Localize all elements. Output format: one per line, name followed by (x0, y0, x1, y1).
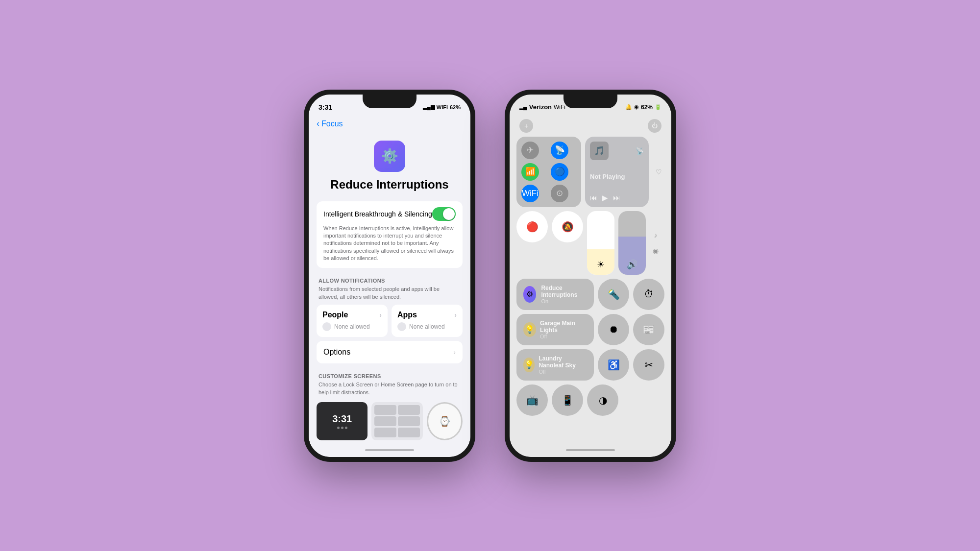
airdrop-button[interactable]: ⊙ (551, 185, 568, 202)
home-bar-right (566, 449, 615, 451)
people-sub: None allowed (322, 322, 382, 331)
flashlight-icon: 🔦 (608, 288, 620, 300)
brightness-slider[interactable]: ☀ (587, 211, 614, 275)
plus-icon: + (524, 122, 528, 130)
focus-tile-text: Reduce Interruptions On (541, 285, 587, 304)
connectivity-tile[interactable]: ✈ 📡 📶 🔵 WiFi ⊙ (516, 137, 581, 207)
shortcuts-button[interactable]: ✂ (633, 349, 664, 381)
next-track-button[interactable]: ⏭ (613, 193, 620, 202)
left-phone: 3:31 ▂▄▆ WiFi 62% ‹ Focus ⚙️ R (304, 90, 475, 462)
timer-button[interactable]: ⏱ (633, 279, 664, 310)
focus-app-icon: ⚙️ (374, 141, 405, 172)
lock-icon: 🔴 (526, 221, 539, 233)
record-icon: ⏺ (609, 324, 618, 335)
music-icon: ♪ (654, 231, 658, 239)
preview-time: 3:31 (332, 413, 352, 425)
people-none-label: None allowed (334, 323, 370, 330)
volume-icon: 🔊 (627, 259, 637, 270)
options-card[interactable]: Options › (317, 341, 463, 363)
airplay-icon: 📡 (636, 147, 644, 155)
cc-power-button[interactable]: ⏻ (648, 119, 662, 133)
remote-button[interactable]: 📱 (552, 384, 583, 416)
screen-mirror-icon: 📺 (526, 394, 539, 406)
cc-row-3: ⚙ Reduce Interruptions On 🔦 ⏱ (516, 279, 664, 310)
hotspot-button[interactable]: 📡 (551, 142, 568, 159)
left-phone-content: 3:31 ▂▄▆ WiFi 62% ‹ Focus ⚙️ R (309, 95, 470, 457)
status-right-right: 🔔 ◉ 62% 🔋 (625, 104, 662, 111)
heart-icon: ♡ (656, 168, 662, 176)
toggle-description: When Reduce Interruptions is active, int… (323, 225, 456, 263)
screen-preview-row: 3:31 Choose (317, 402, 463, 443)
people-label: People (322, 311, 348, 319)
focus-tile-name: Reduce Interruptions (541, 285, 587, 298)
people-apps-row: People › None allowed Apps › N (317, 305, 463, 337)
watch-icon: ⌚ (439, 415, 451, 427)
battery-level-icon: 🔋 (655, 104, 662, 110)
app-icon-mini-2 (398, 405, 420, 415)
chevron-left-icon: ‹ (317, 119, 319, 129)
bluetooth-button[interactable]: 🔵 (551, 163, 568, 181)
wifi-cc-icon: WiFi (522, 189, 539, 198)
gear-icon: ⚙️ (381, 148, 398, 164)
wifi-icon-right: WiFi (554, 104, 565, 111)
back-label: Focus (321, 120, 343, 128)
media-not-playing-label: Not Playing (590, 173, 644, 180)
people-avatar (322, 322, 331, 331)
apps-card[interactable]: Apps › None allowed (392, 305, 463, 337)
media-controls: ⏮ ▶ ⏭ (590, 193, 644, 202)
allow-notifications-desc: Notifications from selected people and a… (317, 286, 463, 305)
darkmode-button[interactable]: ◑ (587, 384, 618, 416)
garage-lights-tile[interactable]: 💡 Garage Main Lights Off (516, 314, 594, 345)
previous-track-button[interactable]: ⏮ (590, 193, 597, 202)
back-button[interactable]: ‹ Focus (317, 119, 343, 129)
status-icons-left: ▂▄▆ WiFi 62% (423, 104, 461, 110)
focus-icon-wrap: ⚙️ (317, 141, 463, 172)
volume-slider[interactable]: 🔊 (618, 211, 646, 275)
toggle-card: Intelligent Breakthrough & Silencing Whe… (317, 201, 463, 268)
screen-mirroring-button[interactable]: 📺 (516, 384, 548, 416)
play-pause-button[interactable]: ▶ (602, 193, 608, 202)
laundry-lightbulb-icon: 💡 (524, 360, 534, 369)
garage-tile-status: Off (540, 334, 587, 339)
focus-mode-tile[interactable]: ⚙ Reduce Interruptions On (516, 279, 594, 310)
timer-icon: ⏱ (644, 288, 654, 300)
accessibility-icon: ♿ (608, 359, 620, 371)
app-icon-mini-4 (398, 416, 420, 426)
dot-2 (341, 427, 343, 429)
watch-preview: ⌚ (427, 402, 463, 440)
app-icon-mini-6 (398, 428, 420, 437)
apps-none-label: None allowed (409, 323, 445, 330)
customize-header: CUSTOMIZE SCREENS (317, 367, 463, 381)
intelligent-breakthrough-toggle[interactable] (432, 207, 456, 221)
cc-row-4: 💡 Garage Main Lights Off ⏺ 📰 (516, 314, 664, 345)
media-album-art: 🎵 (590, 142, 609, 160)
people-card[interactable]: People › None allowed (317, 305, 388, 337)
right-phone-content: ▂▄ Verizon WiFi 🔔 ◉ 62% 🔋 + ⏻ (510, 95, 671, 457)
remote-icon: 📱 (562, 394, 574, 406)
privacy-button[interactable]: 🔴 (516, 211, 548, 242)
cc-side-icons-1: ♡ (653, 137, 664, 207)
flashlight-button[interactable]: 🔦 (598, 279, 629, 310)
cc-add-button[interactable]: + (519, 119, 533, 133)
home-screen-preview-wrap[interactable]: Choose (371, 402, 422, 443)
media-tile[interactable]: 🎵 📡 Not Playing ⏮ ▶ ⏭ (585, 137, 649, 207)
chevron-right-apps-icon: › (454, 311, 457, 319)
wifi-button[interactable]: WiFi (521, 185, 539, 202)
app-icon-mini-5 (374, 428, 396, 437)
cellular-button[interactable]: 📶 (521, 163, 539, 181)
accessibility-button[interactable]: ♿ (598, 349, 629, 381)
dot-3 (345, 427, 347, 429)
alarm-icon: 🔔 (625, 104, 632, 110)
laundry-lights-tile[interactable]: 💡 Laundry Nanoleaf Sky Off (516, 349, 594, 381)
brightness-icon: ☀ (597, 259, 605, 270)
lightbulb-icon: 💡 (525, 325, 535, 334)
record-button[interactable]: ⏺ (598, 314, 629, 345)
home-bar-left (365, 449, 414, 451)
focus-tile-icon: ⚙ (523, 286, 536, 303)
lock-screen-preview-wrap[interactable]: 3:31 Choose (317, 402, 368, 443)
location-icon: ◉ (634, 104, 639, 110)
mute-button[interactable]: 🔕 (552, 211, 583, 242)
news-button[interactable]: 📰 (633, 314, 664, 345)
airplane-mode-button[interactable]: ✈ (521, 142, 539, 159)
watch-preview-wrap[interactable]: ⌚ Choose (427, 402, 463, 443)
